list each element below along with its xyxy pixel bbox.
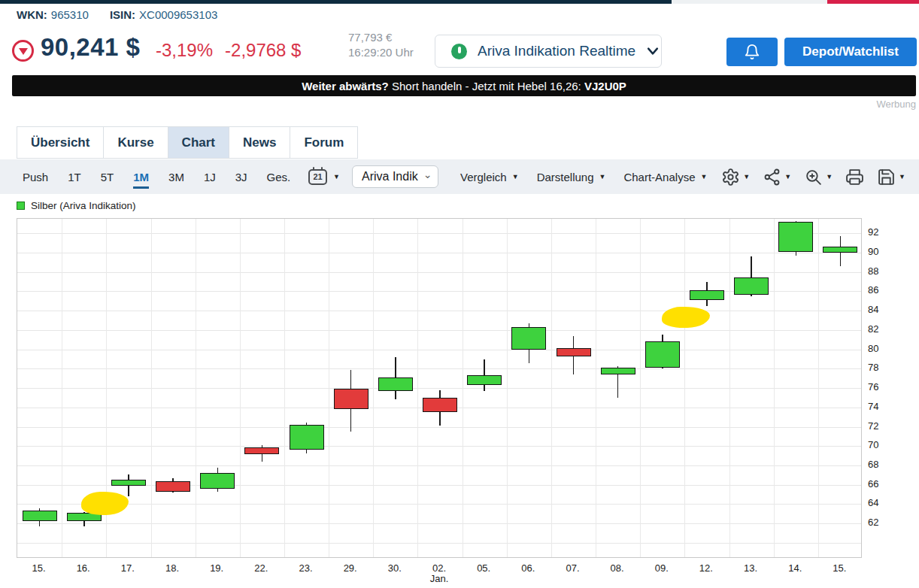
menu-buttons: Vergleich▼Darstellung▼Chart-Analyse▼ [460,159,707,194]
menu-darstellung[interactable]: Darstellung▼ [537,171,606,183]
price-down-arrow-icon [12,40,34,62]
ad-banner[interactable]: Weiter abwärts? Short handeln - Jetzt mi… [12,75,916,96]
gridline-v-7 [329,219,329,557]
candle-body-3 [156,481,190,492]
gridline-v-18 [818,219,819,557]
ariva-silver-chart-page: WKN:965310ISIN:XC0009653103 90,241 $ -3,… [0,0,919,588]
y-tick-80: 80 [868,343,878,354]
tab-forum[interactable]: Forum [290,126,358,159]
candle-body-16 [734,277,769,295]
gridline-h-82 [17,330,861,331]
quote-source-label: Ariva Indikation Realtime [478,43,635,59]
ad-text: Short handeln - Jetzt mit Hebel 16,26: [389,80,584,92]
range-3j[interactable]: 3J [235,159,247,194]
x-tick-10: 05. [465,562,502,574]
legend-label: Silber (Ariva Indikation) [31,200,136,211]
y-tick-62: 62 [868,517,878,528]
gridline-v-14 [640,219,641,557]
y-tick-86: 86 [868,284,878,296]
y-tick-68: 68 [868,459,878,470]
candle-body-11 [511,327,546,350]
x-tick-15: 12. [687,562,725,574]
menu-vergleich[interactable]: Vergleich▼ [460,171,519,183]
depot-watchlist-button[interactable]: Depot/Watchlist [784,38,917,66]
quote-time: 16:29:20 Uhr [348,45,414,60]
date-range-picker[interactable]: 21 ▼ [308,159,340,194]
chevron-down-icon: ⌄ [423,168,432,180]
save-button[interactable]: ▼ [877,168,905,186]
x-tick-12: 07. [554,562,592,574]
top-strip-light-segment [672,0,827,4]
alerts-bell-button[interactable] [726,38,778,66]
x-tick-3: 18. [153,562,191,574]
print-button[interactable] [845,168,864,186]
price-eur: 77,793 € [348,30,414,45]
gridline-h-76 [17,388,861,389]
gridline-h-84 [17,311,861,311]
tab-news[interactable]: News [229,126,290,159]
range-1t[interactable]: 1T [68,159,81,194]
candle-body-6 [290,425,324,450]
settings-button[interactable]: ▼ [721,168,750,186]
y-tick-88: 88 [868,265,878,277]
legend-swatch-icon [17,202,25,210]
menu-label: Vergleich [460,171,507,183]
candle-body-13 [601,368,635,374]
gridline-h-80 [17,350,861,350]
indicators-button[interactable]: ▼ [763,168,791,186]
marker-highlight-jan09 [661,306,710,328]
y-tick-64: 64 [868,497,878,508]
zoom-in-button[interactable]: ▼ [804,168,833,186]
menu-chart-analyse[interactable]: Chart-Analyse▼ [623,171,707,183]
range-ges[interactable]: Ges. [267,159,291,194]
x-tick-14: 09. [643,562,681,574]
candle-body-18 [823,247,857,253]
gridline-h-68 [17,465,861,466]
candle-body-10 [467,375,502,385]
candle-body-17 [778,222,813,252]
x-tick-1: 16. [65,562,102,574]
caret-down-icon: ▼ [826,174,833,180]
range-5t[interactable]: 5T [101,159,114,194]
indicators-icon [763,168,781,186]
gridline-v-6 [284,219,285,557]
x-tick-13: 08. [599,562,636,574]
tab-bar: ÜbersichtKurseChartNewsForum [17,126,358,159]
gridline-h-64 [17,504,861,505]
top-strip [0,0,919,4]
y-tick-84: 84 [868,304,878,315]
chart-area: 62646668707274767880828486889092 15.16.1… [0,217,919,588]
marker-highlight-dec16 [81,491,129,515]
settings-icon [721,168,740,186]
chart-toolbar: Push1T5T1M3M1J3JGes. 21 ▼ Ariva Indik ⌄ … [0,159,919,194]
caret-down-icon: ▼ [743,174,750,180]
top-strip-red-segment [827,0,919,4]
range-1m[interactable]: 1M [133,159,149,194]
y-tick-92: 92 [868,226,878,238]
tab-kurse[interactable]: Kurse [103,126,168,159]
caret-down-icon: ▼ [899,174,905,180]
gridline-h-72 [17,427,861,428]
range-3m[interactable]: 3M [168,159,184,194]
tab-chart[interactable]: Chart [168,126,229,159]
candlestick-plot[interactable] [17,218,862,558]
secondary-quote: 77,793 € 16:29:20 Uhr [348,30,414,60]
quote-source-dropdown[interactable]: Ariva Indikation Realtime [435,35,662,68]
gridline-v-10 [463,219,463,557]
exchange-dropdown[interactable]: Ariva Indik ⌄ [352,165,438,188]
range-1j[interactable]: 1J [204,159,216,194]
gridline-v-11 [507,219,508,557]
tab--bersicht[interactable]: Übersicht [17,126,104,159]
change-percent: -3,19% [156,40,213,60]
caret-down-icon: ▼ [333,174,340,180]
status-dot-bar [458,47,461,53]
exchange-label: Ariva Indik [362,170,418,183]
caret-down-icon: ▼ [700,174,707,180]
ad-label: Werbung [876,99,916,110]
price-value: 90,241 $ [41,33,140,62]
caret-down-icon: ▼ [784,174,791,180]
x-tick-0: 15. [20,562,58,574]
gridline-h-70 [17,446,861,447]
x-tick-16: 13. [732,562,769,574]
range-push[interactable]: Push [23,159,48,194]
